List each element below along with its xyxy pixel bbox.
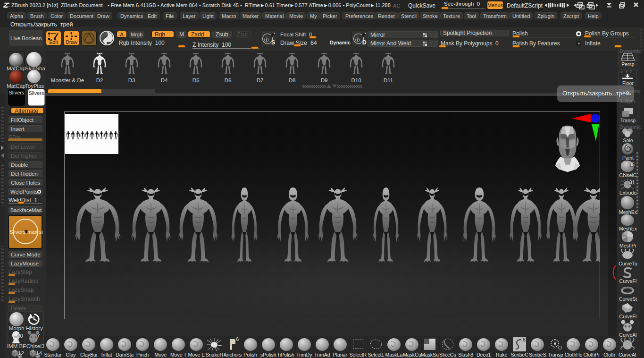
svg-text:S: S <box>271 39 275 46</box>
svg-text:D: D <box>362 39 367 46</box>
